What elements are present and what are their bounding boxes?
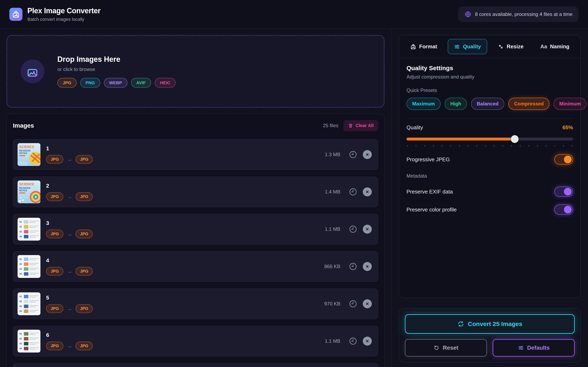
preserve-exif-toggle[interactable] bbox=[554, 187, 573, 197]
preset-high[interactable]: High bbox=[445, 98, 467, 110]
target-format-badge: JPG bbox=[76, 230, 93, 238]
pending-clock-icon bbox=[348, 299, 357, 308]
page-subtitle: Batch convert images locally bbox=[27, 17, 100, 22]
pending-clock-icon bbox=[348, 187, 357, 196]
format-badge-avif: AVIF bbox=[131, 78, 151, 88]
slider-thumb[interactable] bbox=[511, 135, 519, 143]
file-size: 970 KB bbox=[324, 301, 340, 307]
arrow-right-icon: → bbox=[67, 343, 72, 349]
file-thumbnail: 01020304 bbox=[17, 330, 40, 352]
format-badge-png: PNG bbox=[80, 78, 100, 88]
quick-presets-label: Quick Presets bbox=[406, 87, 573, 93]
page-title: Plex Image Converter bbox=[27, 7, 100, 15]
slider-ticks bbox=[406, 145, 573, 147]
dropzone[interactable]: Drop Images Here or click to browse JPGP… bbox=[7, 35, 384, 108]
quality-slider[interactable] bbox=[406, 135, 573, 143]
remove-file-button[interactable] bbox=[363, 150, 372, 159]
settings-card: FormatQualityResizeAaNaming Quality Sett… bbox=[399, 35, 581, 298]
actions-card: Convert 25 Images Reset Defaul bbox=[399, 308, 581, 363]
defaults-button[interactable]: Defaults bbox=[493, 339, 575, 357]
dropzone-subtitle: or click to browse bbox=[57, 67, 176, 72]
preset-maximum[interactable]: Maximum bbox=[406, 98, 441, 110]
preserve-exif-label: Preserve EXIF data bbox=[406, 189, 453, 195]
file-thumbnail: SCIENCEREVISION NOTES bbox=[17, 180, 40, 203]
file-row[interactable]: 010203044JPG→JPG866 KB bbox=[13, 251, 378, 282]
app-logo bbox=[9, 8, 22, 21]
reset-button[interactable]: Reset bbox=[405, 339, 487, 357]
tab-naming[interactable]: AaNaming bbox=[534, 39, 576, 54]
settings-tabs: FormatQualityResizeAaNaming bbox=[399, 35, 580, 58]
remove-file-button[interactable] bbox=[363, 225, 372, 234]
supported-formats: JPGPNGWEBPAVIFHEIC bbox=[57, 78, 176, 88]
tab-resize[interactable]: Resize bbox=[492, 39, 530, 54]
files-column: Drop Images Here or click to browse JPGP… bbox=[0, 29, 392, 367]
file-size: 1.1 MB bbox=[325, 338, 340, 344]
tab-quality[interactable]: Quality bbox=[448, 39, 487, 54]
format-badge-webp: WEBP bbox=[104, 78, 127, 88]
file-list: SCIENCEREVISION NOTES⬡⬡⬡1JPG→JPG1.3 MBSC… bbox=[13, 139, 378, 367]
preset-compressed[interactable]: Compressed bbox=[508, 98, 549, 110]
file-size: 1.1 MB bbox=[325, 226, 340, 232]
arrow-right-icon: → bbox=[67, 231, 72, 237]
file-row[interactable]: 010203046JPG→JPG1.1 MB bbox=[13, 326, 378, 356]
remove-file-button[interactable] bbox=[363, 299, 372, 308]
pending-clock-icon bbox=[348, 225, 357, 234]
arrow-right-icon: → bbox=[67, 268, 72, 275]
file-thumbnail: SCIENCEREVISION NOTES⬡⬡⬡ bbox=[17, 143, 40, 166]
cores-status-text: 8 cores available, processing 4 files at… bbox=[475, 11, 572, 17]
file-row[interactable]: 010203045JPG→JPG970 KB bbox=[13, 289, 378, 319]
file-name: 6 bbox=[46, 332, 93, 338]
progressive-jpeg-label: Progressive JPEG bbox=[406, 156, 450, 163]
cores-status-badge: 8 cores available, processing 4 files at… bbox=[458, 7, 579, 22]
remove-file-button[interactable] bbox=[363, 187, 372, 196]
preset-balanced[interactable]: Balanced bbox=[471, 98, 504, 110]
preserve-color-profile-label: Preserve color profile bbox=[406, 207, 457, 213]
sync-icon bbox=[457, 320, 464, 327]
images-panel-title: Images bbox=[13, 122, 34, 129]
reset-icon bbox=[433, 345, 440, 351]
app-header: Plex Image Converter Batch convert image… bbox=[0, 0, 588, 29]
settings-column: FormatQualityResizeAaNaming Quality Sett… bbox=[392, 29, 588, 367]
file-row[interactable] bbox=[13, 363, 378, 367]
file-count: 25 files bbox=[323, 123, 338, 128]
clear-all-button[interactable]: Clear All bbox=[343, 120, 378, 131]
slider-fill bbox=[406, 138, 515, 141]
file-name: 2 bbox=[46, 183, 93, 189]
source-format-badge: JPG bbox=[46, 267, 63, 276]
file-name: 4 bbox=[46, 257, 93, 264]
remove-file-button[interactable] bbox=[363, 337, 372, 346]
preset-minimum[interactable]: Minimum bbox=[553, 98, 586, 110]
quality-label: Quality bbox=[406, 124, 423, 131]
file-name: 3 bbox=[46, 220, 93, 226]
preset-buttons: MaximumHighBalancedCompressedMinimum bbox=[406, 98, 573, 110]
settings-subheading: Adjust compression and quality bbox=[406, 74, 573, 80]
divider bbox=[406, 118, 573, 119]
cpu-icon bbox=[464, 11, 472, 18]
source-format-badge: JPG bbox=[46, 304, 63, 313]
pending-clock-icon bbox=[348, 150, 357, 159]
pending-clock-icon bbox=[348, 262, 357, 271]
file-row[interactable]: SCIENCEREVISION NOTES⬡⬡⬡1JPG→JPG1.3 MB bbox=[13, 139, 378, 170]
file-size: 866 KB bbox=[324, 264, 340, 269]
progressive-jpeg-toggle[interactable] bbox=[554, 154, 573, 165]
preserve-color-profile-toggle[interactable] bbox=[554, 205, 573, 215]
file-name: 5 bbox=[46, 295, 93, 301]
file-size: 1.4 MB bbox=[325, 189, 340, 195]
file-row[interactable]: SCIENCEREVISION NOTES2JPG→JPG1.4 MB bbox=[13, 176, 378, 207]
aa-icon: Aa bbox=[540, 43, 547, 50]
convert-button[interactable]: Convert 25 Images bbox=[405, 314, 575, 334]
metadata-label: Metadata bbox=[406, 173, 573, 179]
arrow-right-icon: → bbox=[67, 156, 72, 163]
source-format-badge: JPG bbox=[46, 342, 63, 350]
tab-format[interactable]: Format bbox=[404, 39, 443, 54]
file-row[interactable]: 010203043JPG→JPG1.1 MB bbox=[13, 214, 378, 244]
target-format-badge: JPG bbox=[76, 192, 93, 201]
dropzone-title: Drop Images Here bbox=[57, 55, 176, 64]
remove-file-button[interactable] bbox=[363, 262, 372, 271]
photo-icon bbox=[410, 44, 416, 50]
images-panel: Images 25 files Clear All SCIENCEREVISIO… bbox=[7, 114, 384, 367]
arrow-right-icon: → bbox=[67, 305, 72, 312]
format-badge-heic: HEIC bbox=[155, 78, 176, 88]
file-thumbnail: 01020304 bbox=[17, 255, 40, 278]
file-thumbnail: 01020304 bbox=[17, 292, 40, 315]
